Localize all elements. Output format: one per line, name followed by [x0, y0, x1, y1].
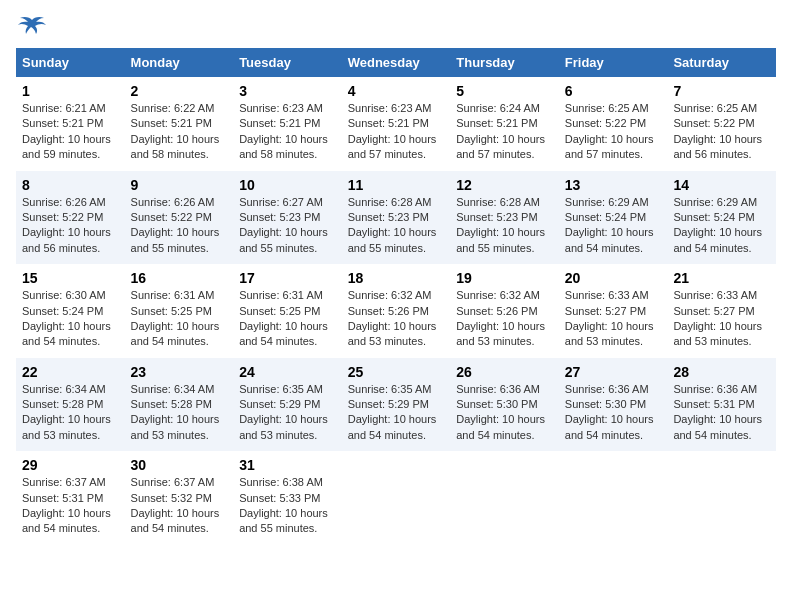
day-info: Sunrise: 6:34 AMSunset: 5:28 PMDaylight:… — [131, 383, 220, 441]
day-number: 6 — [565, 83, 662, 99]
table-cell: 21 Sunrise: 6:33 AMSunset: 5:27 PMDaylig… — [667, 264, 776, 358]
day-info: Sunrise: 6:30 AMSunset: 5:24 PMDaylight:… — [22, 289, 111, 347]
day-info: Sunrise: 6:29 AMSunset: 5:24 PMDaylight:… — [565, 196, 654, 254]
logo-bird-icon — [18, 16, 46, 38]
calendar-week-row: 1 Sunrise: 6:21 AMSunset: 5:21 PMDayligh… — [16, 77, 776, 171]
day-info: Sunrise: 6:26 AMSunset: 5:22 PMDaylight:… — [22, 196, 111, 254]
table-cell: 10 Sunrise: 6:27 AMSunset: 5:23 PMDaylig… — [233, 171, 342, 265]
calendar-header-row: Sunday Monday Tuesday Wednesday Thursday… — [16, 48, 776, 77]
day-number: 19 — [456, 270, 553, 286]
table-cell: 13 Sunrise: 6:29 AMSunset: 5:24 PMDaylig… — [559, 171, 668, 265]
day-number: 9 — [131, 177, 228, 193]
day-number: 15 — [22, 270, 119, 286]
table-cell: 20 Sunrise: 6:33 AMSunset: 5:27 PMDaylig… — [559, 264, 668, 358]
day-number: 17 — [239, 270, 336, 286]
col-monday: Monday — [125, 48, 234, 77]
day-number: 4 — [348, 83, 445, 99]
day-info: Sunrise: 6:25 AMSunset: 5:22 PMDaylight:… — [565, 102, 654, 160]
day-info: Sunrise: 6:22 AMSunset: 5:21 PMDaylight:… — [131, 102, 220, 160]
day-info: Sunrise: 6:24 AMSunset: 5:21 PMDaylight:… — [456, 102, 545, 160]
table-cell: 26 Sunrise: 6:36 AMSunset: 5:30 PMDaylig… — [450, 358, 559, 452]
table-cell: 1 Sunrise: 6:21 AMSunset: 5:21 PMDayligh… — [16, 77, 125, 171]
col-thursday: Thursday — [450, 48, 559, 77]
day-number: 18 — [348, 270, 445, 286]
day-number: 21 — [673, 270, 770, 286]
day-number: 12 — [456, 177, 553, 193]
day-number: 10 — [239, 177, 336, 193]
day-number: 30 — [131, 457, 228, 473]
day-number: 1 — [22, 83, 119, 99]
day-number: 28 — [673, 364, 770, 380]
day-info: Sunrise: 6:36 AMSunset: 5:30 PMDaylight:… — [456, 383, 545, 441]
day-info: Sunrise: 6:36 AMSunset: 5:31 PMDaylight:… — [673, 383, 762, 441]
day-info: Sunrise: 6:31 AMSunset: 5:25 PMDaylight:… — [239, 289, 328, 347]
day-info: Sunrise: 6:37 AMSunset: 5:32 PMDaylight:… — [131, 476, 220, 534]
table-cell: 9 Sunrise: 6:26 AMSunset: 5:22 PMDayligh… — [125, 171, 234, 265]
table-cell: 5 Sunrise: 6:24 AMSunset: 5:21 PMDayligh… — [450, 77, 559, 171]
day-info: Sunrise: 6:28 AMSunset: 5:23 PMDaylight:… — [348, 196, 437, 254]
day-info: Sunrise: 6:26 AMSunset: 5:22 PMDaylight:… — [131, 196, 220, 254]
calendar-week-row: 15 Sunrise: 6:30 AMSunset: 5:24 PMDaylig… — [16, 264, 776, 358]
day-number: 31 — [239, 457, 336, 473]
table-cell: 19 Sunrise: 6:32 AMSunset: 5:26 PMDaylig… — [450, 264, 559, 358]
table-cell: 15 Sunrise: 6:30 AMSunset: 5:24 PMDaylig… — [16, 264, 125, 358]
day-number: 11 — [348, 177, 445, 193]
day-info: Sunrise: 6:35 AMSunset: 5:29 PMDaylight:… — [348, 383, 437, 441]
table-cell: 22 Sunrise: 6:34 AMSunset: 5:28 PMDaylig… — [16, 358, 125, 452]
day-info: Sunrise: 6:21 AMSunset: 5:21 PMDaylight:… — [22, 102, 111, 160]
day-number: 14 — [673, 177, 770, 193]
calendar-week-row: 8 Sunrise: 6:26 AMSunset: 5:22 PMDayligh… — [16, 171, 776, 265]
table-cell: 17 Sunrise: 6:31 AMSunset: 5:25 PMDaylig… — [233, 264, 342, 358]
day-info: Sunrise: 6:25 AMSunset: 5:22 PMDaylight:… — [673, 102, 762, 160]
day-number: 2 — [131, 83, 228, 99]
day-number: 22 — [22, 364, 119, 380]
day-number: 20 — [565, 270, 662, 286]
col-friday: Friday — [559, 48, 668, 77]
calendar-week-row: 22 Sunrise: 6:34 AMSunset: 5:28 PMDaylig… — [16, 358, 776, 452]
day-info: Sunrise: 6:28 AMSunset: 5:23 PMDaylight:… — [456, 196, 545, 254]
table-cell: 2 Sunrise: 6:22 AMSunset: 5:21 PMDayligh… — [125, 77, 234, 171]
day-info: Sunrise: 6:32 AMSunset: 5:26 PMDaylight:… — [456, 289, 545, 347]
table-cell: 11 Sunrise: 6:28 AMSunset: 5:23 PMDaylig… — [342, 171, 451, 265]
day-number: 13 — [565, 177, 662, 193]
day-number: 27 — [565, 364, 662, 380]
table-cell: 8 Sunrise: 6:26 AMSunset: 5:22 PMDayligh… — [16, 171, 125, 265]
day-info: Sunrise: 6:37 AMSunset: 5:31 PMDaylight:… — [22, 476, 111, 534]
day-number: 24 — [239, 364, 336, 380]
day-number: 7 — [673, 83, 770, 99]
day-number: 23 — [131, 364, 228, 380]
table-cell: 6 Sunrise: 6:25 AMSunset: 5:22 PMDayligh… — [559, 77, 668, 171]
table-cell: 14 Sunrise: 6:29 AMSunset: 5:24 PMDaylig… — [667, 171, 776, 265]
table-cell: 7 Sunrise: 6:25 AMSunset: 5:22 PMDayligh… — [667, 77, 776, 171]
col-sunday: Sunday — [16, 48, 125, 77]
day-info: Sunrise: 6:23 AMSunset: 5:21 PMDaylight:… — [239, 102, 328, 160]
day-number: 16 — [131, 270, 228, 286]
table-cell: 30 Sunrise: 6:37 AMSunset: 5:32 PMDaylig… — [125, 451, 234, 545]
day-number: 25 — [348, 364, 445, 380]
day-info: Sunrise: 6:34 AMSunset: 5:28 PMDaylight:… — [22, 383, 111, 441]
calendar-week-row: 29 Sunrise: 6:37 AMSunset: 5:31 PMDaylig… — [16, 451, 776, 545]
page-header — [16, 16, 776, 38]
col-tuesday: Tuesday — [233, 48, 342, 77]
col-wednesday: Wednesday — [342, 48, 451, 77]
table-cell: 29 Sunrise: 6:37 AMSunset: 5:31 PMDaylig… — [16, 451, 125, 545]
table-cell: 4 Sunrise: 6:23 AMSunset: 5:21 PMDayligh… — [342, 77, 451, 171]
day-number: 3 — [239, 83, 336, 99]
day-info: Sunrise: 6:29 AMSunset: 5:24 PMDaylight:… — [673, 196, 762, 254]
table-cell — [342, 451, 451, 545]
calendar-table: Sunday Monday Tuesday Wednesday Thursday… — [16, 48, 776, 545]
day-number: 5 — [456, 83, 553, 99]
table-cell: 16 Sunrise: 6:31 AMSunset: 5:25 PMDaylig… — [125, 264, 234, 358]
table-cell — [450, 451, 559, 545]
day-info: Sunrise: 6:27 AMSunset: 5:23 PMDaylight:… — [239, 196, 328, 254]
table-cell: 23 Sunrise: 6:34 AMSunset: 5:28 PMDaylig… — [125, 358, 234, 452]
table-cell: 31 Sunrise: 6:38 AMSunset: 5:33 PMDaylig… — [233, 451, 342, 545]
day-info: Sunrise: 6:36 AMSunset: 5:30 PMDaylight:… — [565, 383, 654, 441]
table-cell: 3 Sunrise: 6:23 AMSunset: 5:21 PMDayligh… — [233, 77, 342, 171]
table-cell: 12 Sunrise: 6:28 AMSunset: 5:23 PMDaylig… — [450, 171, 559, 265]
day-info: Sunrise: 6:32 AMSunset: 5:26 PMDaylight:… — [348, 289, 437, 347]
day-number: 29 — [22, 457, 119, 473]
logo — [16, 16, 48, 38]
day-info: Sunrise: 6:31 AMSunset: 5:25 PMDaylight:… — [131, 289, 220, 347]
day-number: 26 — [456, 364, 553, 380]
